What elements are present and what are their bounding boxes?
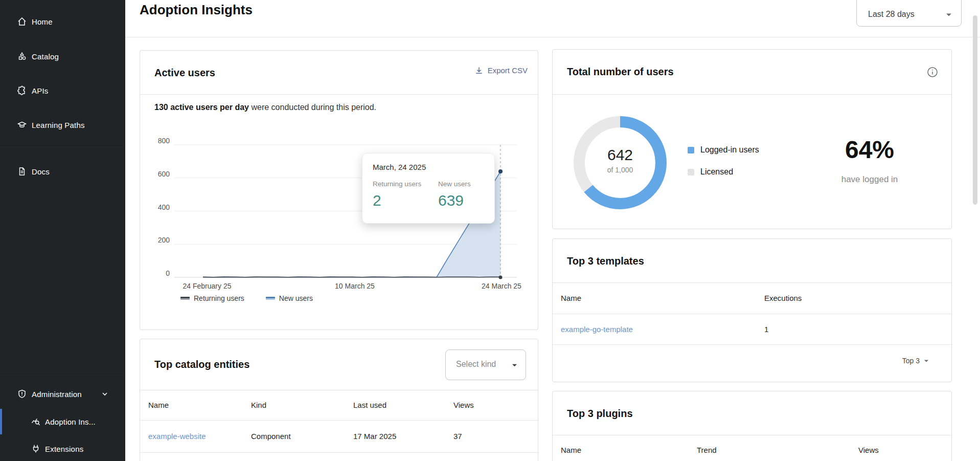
sidebar-item-label: Adoption Ins...: [45, 418, 96, 426]
export-csv-label: Export CSV: [488, 66, 528, 75]
caret-down-icon: [924, 359, 929, 363]
shield-exclamation-icon: [17, 389, 27, 399]
legend-item-new-users: New users: [266, 294, 313, 302]
top-plugins-card: Top 3 plugins Name Trend Views: [552, 391, 952, 461]
top-n-value: Top 3: [902, 357, 920, 365]
caret-down-icon: [512, 363, 517, 367]
sidebar-item-administration[interactable]: Administration: [0, 384, 125, 404]
logged-in-caption: have logged in: [808, 174, 931, 185]
column-header: Executions: [756, 283, 952, 314]
chart-tooltip: March, 24 2025 Returning users 2 New use…: [362, 153, 495, 224]
entity-link[interactable]: example-website: [148, 432, 206, 441]
sidebar-divider: [0, 375, 125, 376]
column-header: Name: [140, 390, 243, 420]
template-link[interactable]: example-go-template: [561, 325, 633, 334]
download-icon: [475, 67, 483, 75]
sidebar-item-apis[interactable]: APIs: [0, 80, 125, 101]
table-header-row: Name Executions: [553, 283, 952, 314]
date-range-value: Last 28 days: [868, 10, 915, 19]
tooltip-returning-value: 2: [373, 192, 421, 209]
chevron-down-icon[interactable]: [101, 390, 108, 398]
total-users-card: Total number of users 642 of 1,000 Logge…: [552, 49, 952, 229]
sidebar-item-label: Administration: [32, 390, 82, 399]
card-title: Top 3 templates: [567, 255, 644, 267]
header-divider: [125, 37, 980, 37]
date-range-select[interactable]: Last 28 days: [856, 0, 962, 27]
y-tick: 800: [158, 137, 170, 145]
logged-in-swatch: [688, 147, 694, 153]
tooltip-returning-label: Returning users: [373, 180, 421, 188]
sidebar-item-docs[interactable]: Docs: [0, 161, 125, 182]
sidebar-item-home[interactable]: Home: [0, 11, 125, 32]
column-header: Name: [553, 283, 756, 314]
table-header-row: Name Kind Last used Views: [140, 390, 539, 420]
table-row: example-go-template 1: [553, 314, 952, 344]
x-tick: 24 February 25: [183, 282, 232, 290]
column-header: Last used: [345, 390, 445, 420]
users-donut-chart: 642 of 1,000: [573, 116, 667, 210]
sidebar-item-label: Home: [32, 17, 53, 26]
adoption-insights-icon: [31, 416, 41, 427]
plugins-card-header: Top 3 plugins: [553, 391, 951, 435]
select-kind-dropdown[interactable]: Select kind: [445, 349, 526, 380]
legend-item-returning-users: Returning users: [180, 294, 244, 302]
sidebar-item-label: Catalog: [32, 52, 59, 61]
y-tick: 0: [166, 269, 170, 277]
sidebar-item-learning-paths[interactable]: Learning Paths: [0, 115, 125, 135]
legend-label: Returning users: [194, 294, 244, 302]
new-users-swatch: [266, 297, 275, 300]
licensed-swatch: [688, 169, 694, 175]
total-users-card-header: Total number of users: [553, 50, 951, 95]
templates-card-header: Top 3 templates: [553, 239, 951, 283]
templates-table: Name Executions example-go-template 1: [553, 283, 952, 345]
chart-legend: Returning users New users: [180, 294, 313, 302]
y-tick: 600: [158, 170, 170, 178]
x-axis-labels: 24 February 25 10 March 25 24 March 25: [174, 282, 517, 292]
entity-kind: Component: [243, 420, 345, 452]
table-header-row: Name Trend Views: [553, 435, 952, 461]
puzzle-icon: [17, 85, 27, 96]
x-tick: 24 March 25: [482, 282, 521, 290]
column-header: Views: [850, 435, 952, 461]
top-templates-card: Top 3 templates Name Executions example-…: [552, 238, 952, 382]
export-csv-button[interactable]: Export CSV: [475, 66, 528, 75]
y-axis-labels: 8006004002000: [147, 137, 170, 275]
tooltip-new-value: 639: [438, 192, 471, 209]
sidebar-divider: [0, 147, 125, 147]
plug-icon: [31, 444, 41, 454]
document-icon: [17, 166, 27, 177]
legend-item-licensed: Licensed: [688, 166, 759, 178]
sidebar-item-adoption-insights[interactable]: Adoption Ins...: [0, 411, 125, 432]
template-executions: 1: [756, 314, 952, 344]
donut-center-label: 642 of 1,000: [573, 146, 667, 174]
vertical-scrollbar-thumb[interactable]: [973, 15, 977, 205]
active-users-card-header: Active users Export CSV: [140, 51, 538, 95]
home-icon: [17, 16, 27, 27]
tooltip-new-label: New users: [438, 180, 471, 188]
y-tick: 200: [158, 236, 170, 244]
top-catalog-entities-card: Top catalog entities Select kind Name Ki…: [140, 339, 538, 461]
chart-summary: 130 active users per day were conducted …: [154, 103, 376, 112]
entity-last-used: 17 Mar 2025: [345, 420, 445, 452]
sidebar-item-extensions[interactable]: Extensions: [0, 438, 125, 459]
select-kind-placeholder: Select kind: [456, 360, 496, 369]
legend-item-logged-in: Logged-in users: [688, 144, 759, 156]
sidebar-item-label: Extensions: [45, 445, 83, 453]
top-n-select[interactable]: Top 3: [902, 357, 929, 365]
logged-in-total: 642: [573, 146, 667, 164]
legend-label: Licensed: [700, 167, 733, 177]
sidebar-item-label: Learning Paths: [32, 121, 85, 129]
main-content: Adoption Insights Last 28 days Active us…: [125, 0, 980, 461]
legend-label: Logged-in users: [700, 145, 759, 155]
info-icon[interactable]: [927, 67, 938, 78]
entity-views: 37: [445, 420, 539, 452]
y-tick: 400: [158, 203, 170, 211]
table-row: example-website Component 17 Mar 2025 37: [140, 420, 539, 452]
legend-label: New users: [279, 294, 313, 302]
column-header: Trend: [689, 435, 850, 461]
sidebar-item-catalog[interactable]: Catalog: [0, 46, 125, 67]
sidebar-item-label: APIs: [32, 86, 48, 95]
active-users-card: Active users Export CSV 130 active users…: [140, 50, 538, 330]
page-title: Adoption Insights: [140, 2, 253, 18]
logged-in-percent: 64%: [808, 136, 931, 164]
